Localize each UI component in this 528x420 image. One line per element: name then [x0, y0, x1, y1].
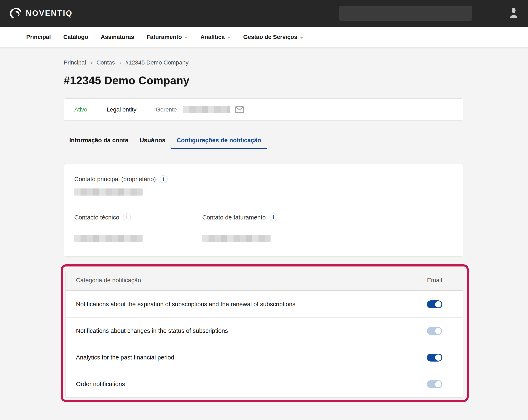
search-input[interactable]	[339, 6, 472, 21]
contacts-card: Contato principal (proprietário) i Conta…	[64, 164, 463, 257]
breadcrumb-separator-icon: ›	[119, 59, 121, 66]
chevron-down-icon	[184, 37, 188, 39]
info-icon[interactable]: i	[270, 213, 277, 221]
entity-type-label: Legal entity	[107, 106, 136, 113]
email-column-header: Email	[417, 277, 452, 284]
primary-contact-label-row: Contato principal (proprietário) i	[74, 175, 453, 183]
user-icon	[509, 8, 518, 19]
notification-row-label: Notifications about changes in the statu…	[76, 327, 228, 334]
info-icon[interactable]: i	[123, 213, 131, 221]
breadcrumb: Principal › Contas › #12345 Demo Company	[64, 59, 463, 66]
chevron-down-icon	[227, 37, 231, 39]
secondary-contacts-labels: Contacto técnico i Contato de faturament…	[74, 213, 453, 243]
nav-item-faturamento[interactable]: Faturamento	[146, 34, 188, 40]
mail-icon[interactable]	[235, 106, 244, 113]
category-column-header: Categoria de notificação	[76, 277, 141, 284]
notification-row-label: Order notifications	[76, 381, 125, 387]
tab-informacao-da-conta[interactable]: Informação da conta	[64, 137, 134, 149]
brand-name: NOVENTIQ	[26, 9, 73, 18]
top-header: NOVENTIQ	[0, 0, 528, 27]
noventiq-logo-icon	[10, 7, 23, 20]
notification-row-label: Analytics for the past financial period	[76, 354, 174, 361]
table-row: Notifications about changes in the statu…	[66, 317, 463, 344]
page-content: Principal › Contas › #12345 Demo Company…	[64, 47, 463, 402]
email-toggle-analytics[interactable]	[427, 354, 442, 362]
email-toggle-status-changes[interactable]	[427, 327, 442, 335]
tab-configuracoes-de-notificacao[interactable]: Configurações de notificação	[171, 137, 267, 149]
billing-contact-label: Contato de faturamento	[202, 214, 266, 221]
nav-item-gestao-de-servicos[interactable]: Gestão de Serviços	[243, 34, 303, 40]
nav-item-catalogo[interactable]: Catálogo	[63, 34, 88, 40]
divider	[146, 104, 146, 116]
notification-row-label: Notifications about the expiration of su…	[76, 301, 295, 308]
table-header-row: Categoria de notificação Email	[66, 270, 463, 291]
manager-label: Gerente	[156, 106, 177, 113]
table-row: Analytics for the past financial period	[66, 344, 463, 371]
breadcrumb-current: #12345 Demo Company	[125, 59, 189, 66]
info-icon[interactable]: i	[160, 175, 168, 183]
primary-contact-value	[74, 188, 453, 196]
email-toggle-orders[interactable]	[427, 380, 442, 388]
notification-settings-table: Categoria de notificação Email Notificat…	[65, 270, 463, 397]
brand-logo[interactable]: NOVENTIQ	[10, 7, 73, 20]
user-profile-button[interactable]	[509, 8, 518, 19]
primary-contact-label: Contato principal (proprietário)	[74, 176, 156, 183]
account-status-bar: Ativo Legal entity Gerente	[64, 98, 463, 121]
nav-item-principal[interactable]: Principal	[26, 34, 51, 40]
nav-item-assinaturas[interactable]: Assinaturas	[101, 34, 134, 40]
email-toggle-expiration-renewal[interactable]	[427, 300, 442, 308]
breadcrumb-principal[interactable]: Principal	[64, 59, 86, 66]
divider	[97, 104, 97, 116]
nav-item-analitica[interactable]: Analítica	[200, 34, 231, 40]
technical-contact-label: Contacto técnico	[74, 214, 119, 221]
page-title: #12345 Demo Company	[64, 74, 463, 87]
tab-usuarios[interactable]: Usuários	[134, 137, 171, 149]
table-row: Order notifications	[66, 371, 463, 397]
redacted-billing-contact	[202, 235, 271, 242]
breadcrumb-separator-icon: ›	[90, 59, 92, 66]
table-row: Notifications about the expiration of su…	[66, 291, 463, 317]
redacted-primary-contact	[74, 188, 143, 196]
status-badge: Ativo	[74, 106, 87, 113]
breadcrumb-contas[interactable]: Contas	[96, 59, 115, 66]
main-navigation: Principal Catálogo Assinaturas Faturamen…	[0, 27, 528, 47]
annotation-highlight-box: Categoria de notificação Email Notificat…	[61, 264, 469, 402]
redacted-manager-name	[183, 106, 230, 113]
chevron-down-icon	[300, 37, 303, 39]
account-tabs: Informação da conta Usuários Configuraçõ…	[64, 137, 463, 149]
redacted-technical-contact	[74, 235, 143, 242]
